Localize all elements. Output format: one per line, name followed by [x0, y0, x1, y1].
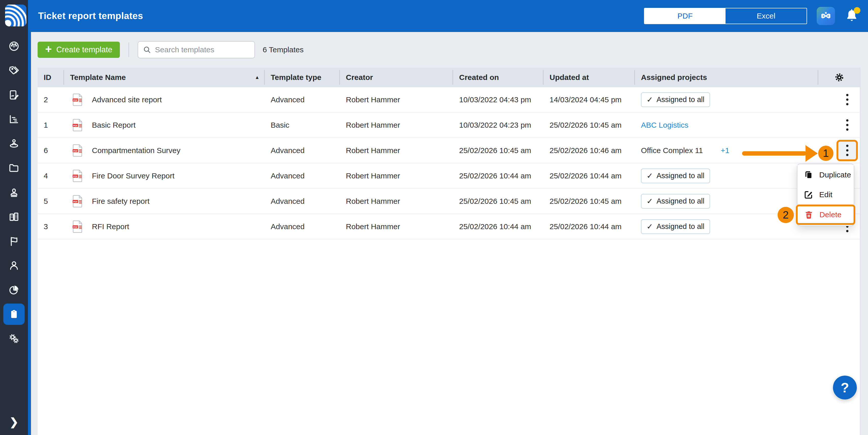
company-icon [8, 211, 20, 223]
cell-created: 10/03/2022 04:43 pm [453, 95, 544, 104]
menu-item-duplicate[interactable]: Duplicate [797, 165, 854, 185]
duplicate-icon [804, 170, 813, 179]
menu-item-edit[interactable]: Edit [797, 185, 854, 205]
cell-template-name: Fire safety report [92, 197, 150, 206]
cell-type: Advanced [265, 172, 340, 180]
stamp-icon [8, 187, 20, 198]
help-button[interactable]: ? [833, 376, 857, 399]
sidebar: ❯ [0, 0, 28, 435]
logo-arcs-icon [5, 5, 26, 26]
report-edit-icon [8, 89, 20, 101]
cell-type: Advanced [265, 197, 340, 206]
pdf-file-icon: PDF [73, 195, 83, 208]
cell-id: 2 [38, 95, 64, 104]
search-input[interactable] [155, 45, 250, 54]
menu-item-delete[interactable]: Delete [798, 206, 854, 223]
sidebar-item-statistics[interactable] [0, 107, 28, 131]
sidebar-item-user[interactable] [0, 253, 28, 278]
table-row[interactable]: 1 PDF Basic Report Basic Robert Hammer 1… [38, 113, 860, 138]
col-header-settings[interactable] [818, 68, 860, 87]
sidebar-item-report-edit[interactable] [0, 83, 28, 107]
sidebar-item-site-person[interactable] [0, 131, 28, 156]
col-header-type[interactable]: Template type [265, 68, 340, 87]
cell-updated: 14/03/2024 04:45 pm [544, 95, 635, 104]
app-logo[interactable] [5, 5, 26, 26]
plus-icon: + [45, 44, 52, 55]
assigned-project-link[interactable]: ABC Logistics [641, 121, 688, 129]
cell-updated: 25/02/2026 10:44 am [544, 222, 635, 231]
assigned-label: Assigned to all [656, 197, 705, 205]
sidebar-item-tags[interactable] [0, 58, 28, 83]
cell-type: Advanced [265, 95, 340, 104]
search-box [137, 41, 255, 58]
topbar-right: PDF Excel [644, 7, 859, 25]
svg-text:PDF: PDF [73, 226, 78, 228]
table-row[interactable]: 5 PDF Fire safety report Advanced Robert… [38, 189, 860, 214]
annotation-step-1: 1 [818, 146, 834, 161]
page-title: Ticket report templates [38, 11, 143, 21]
cell-created: 25/02/2026 10:45 am [453, 146, 544, 155]
assigned-to-all-button[interactable]: ✓ Assigned to all [641, 92, 710, 107]
assigned-to-all-button[interactable]: ✓ Assigned to all [641, 169, 710, 183]
create-template-button[interactable]: + Create template [38, 42, 120, 58]
templates-table: ID Template Name ▲ Template type Creator… [38, 68, 860, 435]
col-header-assigned[interactable]: Assigned projects [635, 68, 818, 87]
check-icon: ✓ [647, 222, 653, 231]
cell-id: 3 [38, 222, 64, 231]
sidebar-item-templates[interactable] [0, 302, 28, 326]
tags-icon [8, 65, 20, 76]
assigned-label: Assigned to all [656, 95, 705, 104]
assigned-to-all-button[interactable]: ✓ Assigned to all [641, 194, 710, 209]
chevron-right-icon: ❯ [9, 416, 18, 428]
table-row[interactable]: 6 PDF Compartmentation Survey Advanced R… [38, 138, 860, 163]
cell-template-name: Basic Report [92, 121, 135, 129]
pdf-file-icon: PDF [73, 119, 83, 131]
row-actions-kebab-button[interactable] [837, 89, 858, 110]
toggle-pdf[interactable]: PDF [645, 8, 725, 24]
table-row[interactable]: 4 PDF Fire Door Survey Report Advanced R… [38, 163, 860, 189]
cell-id: 1 [38, 121, 64, 129]
apps-button[interactable] [817, 7, 835, 25]
assigned-more-link[interactable]: +1 [721, 146, 730, 155]
col-header-name[interactable]: Template Name ▲ [64, 68, 265, 87]
sidebar-item-stamp[interactable] [0, 180, 28, 205]
sidebar-item-pie-chart[interactable] [0, 278, 28, 302]
notifications-button[interactable] [845, 8, 859, 24]
cell-creator: Robert Hammer [340, 146, 453, 155]
svg-text:PDF: PDF [73, 200, 78, 203]
sidebar-item-flag[interactable] [0, 229, 28, 253]
table-row[interactable]: 2 PDF Advanced site report Advanced Robe… [38, 87, 860, 113]
pdf-file-icon: PDF [73, 144, 83, 157]
table-row[interactable]: 3 PDF RFI Report Advanced Robert Hammer … [38, 214, 860, 240]
svg-text:PDF: PDF [73, 149, 78, 152]
col-header-created[interactable]: Created on [453, 68, 544, 87]
active-indicator [3, 304, 25, 325]
trash-icon [804, 210, 813, 219]
col-header-id[interactable]: ID [38, 68, 64, 87]
cell-id: 5 [38, 197, 64, 206]
sidebar-item-settings[interactable] [0, 326, 28, 351]
top-header: Ticket report templates PDF Excel [31, 0, 868, 32]
cell-assigned: ✓ Assigned to all [635, 194, 818, 209]
delete-highlight-ring: Delete [796, 205, 855, 225]
pie-chart-icon [8, 284, 20, 296]
edit-icon [804, 190, 813, 199]
cell-template-name: Advanced site report [92, 95, 162, 104]
cell-type: Basic [265, 121, 340, 129]
assigned-to-all-button[interactable]: ✓ Assigned to all [641, 219, 710, 234]
sidebar-item-dashboard[interactable] [0, 34, 28, 58]
sidebar-item-folder[interactable] [0, 156, 28, 180]
cell-updated: 25/02/2026 10:45 am [544, 197, 635, 206]
sidebar-item-company[interactable] [0, 205, 28, 229]
col-header-creator[interactable]: Creator [340, 68, 453, 87]
row-actions-kebab-button[interactable] [837, 140, 858, 161]
cell-id: 6 [38, 146, 64, 155]
row-actions-kebab-button[interactable] [837, 114, 858, 136]
check-icon: ✓ [647, 197, 653, 206]
toggle-excel[interactable]: Excel [725, 8, 807, 24]
cell-type: Advanced [265, 222, 340, 231]
col-header-updated[interactable]: Updated at [544, 68, 635, 87]
sidebar-expand-button[interactable]: ❯ [0, 414, 28, 429]
check-icon: ✓ [647, 171, 653, 180]
cell-updated: 25/02/2026 10:45 am [544, 121, 635, 129]
